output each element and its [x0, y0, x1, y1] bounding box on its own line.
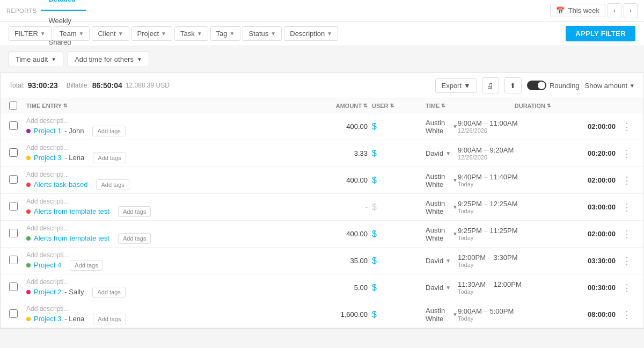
- time-date: Today: [458, 262, 554, 268]
- add-tags-button[interactable]: Add tags: [96, 179, 129, 190]
- duration-cell: 03:00:00: [554, 203, 619, 211]
- project-link[interactable]: Alerts from template test: [34, 234, 109, 242]
- date-next-button[interactable]: ›: [624, 3, 638, 18]
- row-checkbox[interactable]: [9, 148, 18, 157]
- user-name: Austin White: [426, 172, 450, 189]
- add-tags-button[interactable]: Add tags: [118, 206, 151, 217]
- apply-filter-button[interactable]: APPLY FILTER: [566, 26, 635, 41]
- project-sub: - Lena: [64, 315, 84, 323]
- filter-status-button[interactable]: Status ▼: [243, 26, 282, 41]
- time-audit-dropdown[interactable]: Time audit ▼: [9, 52, 63, 67]
- description-text: Add descripti...: [26, 224, 308, 232]
- more-options-button[interactable]: ⋮: [619, 194, 635, 220]
- add-tags-button[interactable]: Add tags: [93, 314, 126, 324]
- add-tags-button[interactable]: Add tags: [92, 126, 125, 136]
- add-time-dropdown[interactable]: Add time for others ▼: [68, 52, 149, 67]
- project-link[interactable]: Project 2: [34, 288, 61, 296]
- project-link[interactable]: Alerts from template test: [34, 207, 109, 215]
- row-checkbox[interactable]: [9, 309, 18, 318]
- project-link[interactable]: Alerts task-based: [34, 180, 87, 189]
- filter-arrow-icon: ▼: [40, 31, 46, 37]
- tab-detailed[interactable]: Detailed: [41, 0, 86, 11]
- project-link[interactable]: Project 1: [34, 127, 61, 135]
- billable-icon-cell[interactable]: $: [372, 202, 426, 212]
- date-prev-button[interactable]: ‹: [608, 3, 621, 18]
- billable-icon-cell[interactable]: $: [372, 149, 426, 158]
- description-project-cell: Add descripti...Project 3- LenaAdd tags: [26, 144, 308, 163]
- time-cell: 9:00AM – 11:00AM12/26/2020: [458, 119, 554, 134]
- export-button[interactable]: Export ▼: [435, 78, 476, 93]
- user-column-header[interactable]: USER ⇅: [372, 102, 426, 110]
- billable-icon-cell[interactable]: $: [372, 229, 426, 239]
- row-checkbox[interactable]: [9, 202, 18, 211]
- billable-icon-cell[interactable]: $: [372, 310, 426, 320]
- user-cell[interactable]: Austin White ▼: [426, 119, 458, 135]
- select-all-checkbox[interactable]: [9, 102, 17, 110]
- time-separator: –: [484, 227, 488, 235]
- description-text: Add descripti...: [26, 278, 308, 286]
- row-checkbox[interactable]: [9, 256, 18, 264]
- show-amount-button[interactable]: Show amount ▼: [585, 82, 635, 90]
- more-options-button[interactable]: ⋮: [619, 113, 635, 140]
- time-sort-icon: ⇅: [441, 103, 445, 108]
- project-dot: [26, 263, 31, 267]
- filter-bar: FILTER ▼ Team ▼Client ▼Project ▼Task ▼Ta…: [0, 21, 644, 46]
- add-tags-button[interactable]: Add tags: [70, 260, 103, 271]
- dollar-sign-icon: $: [372, 202, 377, 212]
- more-options-button[interactable]: ⋮: [619, 167, 635, 193]
- add-tags-button[interactable]: Add tags: [92, 287, 125, 298]
- date-range-box[interactable]: 📅 This week: [550, 4, 605, 17]
- user-dropdown-arrow: ▼: [452, 204, 458, 210]
- more-options-button[interactable]: ⋮: [619, 248, 635, 274]
- rounding-toggle-switch[interactable]: [527, 81, 546, 90]
- user-cell[interactable]: David ▼: [426, 284, 458, 292]
- print-button[interactable]: 🖨: [482, 77, 499, 93]
- billable-icon-cell[interactable]: $: [372, 122, 426, 132]
- project-link[interactable]: Project 4: [34, 261, 61, 269]
- user-name: Austin White: [426, 119, 450, 135]
- row-checkbox[interactable]: [9, 229, 18, 237]
- filter-main-button[interactable]: FILTER ▼: [9, 26, 52, 41]
- user-cell[interactable]: Austin White ▼: [426, 226, 458, 242]
- add-tags-button[interactable]: Add tags: [93, 153, 126, 163]
- description-project-cell: Add descripti...Project 2- SallyAdd tags: [26, 278, 308, 298]
- user-cell[interactable]: Austin White ▼: [426, 199, 458, 215]
- project-link[interactable]: Project 3: [34, 154, 61, 162]
- filter-client-button[interactable]: Client ▼: [92, 26, 129, 41]
- filter-team-button[interactable]: Team ▼: [54, 26, 90, 41]
- user-cell[interactable]: Austin White ▼: [426, 172, 458, 189]
- billable-icon-cell[interactable]: $: [372, 256, 426, 266]
- filter-project-button[interactable]: Project ▼: [131, 26, 172, 41]
- time-date: Today: [458, 315, 554, 322]
- user-cell[interactable]: David ▼: [426, 257, 458, 265]
- duration-column-header[interactable]: DURATION ⇅: [458, 102, 554, 110]
- row-checkbox[interactable]: [9, 121, 18, 130]
- more-options-button[interactable]: ⋮: [619, 301, 635, 328]
- filter-description-button[interactable]: Description ▼: [284, 26, 338, 41]
- billable-icon-cell[interactable]: $: [372, 283, 426, 293]
- description-text: Add descripti...: [26, 117, 308, 125]
- project-link[interactable]: Project 3: [34, 315, 61, 323]
- time-range: 9:00AM – 11:00AM: [458, 119, 554, 127]
- filter-tag-button[interactable]: Tag ▼: [210, 26, 241, 41]
- user-cell[interactable]: Austin White ▼: [426, 307, 458, 323]
- row-checkbox[interactable]: [9, 175, 18, 184]
- more-options-button[interactable]: ⋮: [619, 140, 635, 166]
- time-column-header[interactable]: TIME ⇅: [426, 102, 458, 110]
- more-options-button[interactable]: ⋮: [619, 221, 635, 247]
- export-arrow-icon: ▼: [464, 82, 471, 90]
- rounding-toggle: Rounding: [527, 81, 580, 90]
- time-entries-table: TIME ENTRY ⇅ AMOUNT ⇅ USER ⇅ TIME ⇅ DURA…: [0, 98, 644, 329]
- user-cell[interactable]: David ▼: [426, 149, 458, 157]
- more-options-button[interactable]: ⋮: [619, 274, 635, 301]
- amount-column-header[interactable]: AMOUNT ⇅: [308, 102, 372, 110]
- row-checkbox[interactable]: [9, 282, 18, 291]
- time-end: 12:25AM: [490, 200, 518, 208]
- duration-cell: 02:00:00: [554, 176, 619, 184]
- share-button[interactable]: ⬆: [504, 77, 522, 93]
- add-tags-button[interactable]: Add tags: [118, 233, 151, 244]
- time-entry-column-header[interactable]: TIME ENTRY ⇅: [26, 102, 308, 110]
- billable-icon-cell[interactable]: $: [372, 176, 426, 185]
- user-name: Austin White: [426, 199, 450, 215]
- filter-task-button[interactable]: Task ▼: [174, 26, 208, 41]
